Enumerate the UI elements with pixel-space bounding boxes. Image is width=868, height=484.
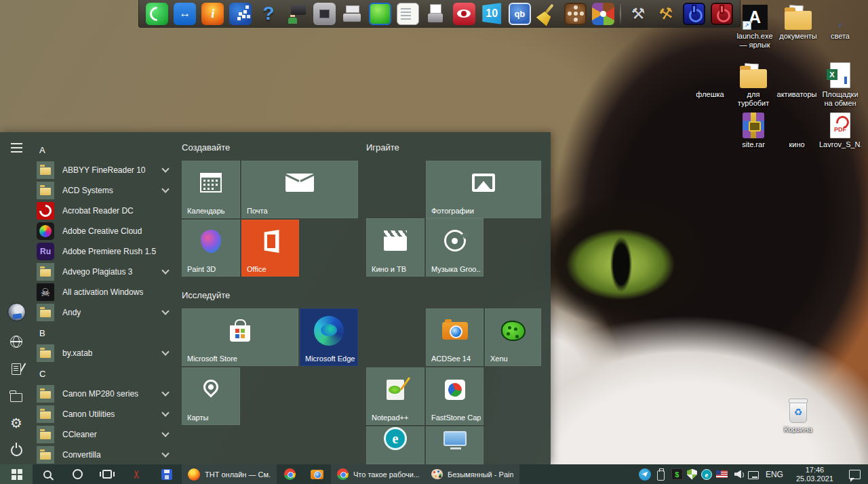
desktop-icon-label: для турбобит (732, 90, 774, 108)
tile-movies-tv[interactable]: Кино и ТВ (366, 218, 425, 277)
tile-microsoft-store[interactable]: Microsoft Store (182, 308, 298, 366)
app-acrobat-reader[interactable]: Acrobat Reader DC (33, 201, 174, 221)
power-red-icon[interactable] (711, 3, 733, 25)
webmoney-tray-icon[interactable] (671, 468, 683, 480)
start-button[interactable] (0, 464, 33, 484)
tile-eset[interactable] (366, 426, 425, 464)
tile-maps[interactable]: Карты (182, 367, 240, 425)
tile-this-pc[interactable] (426, 426, 484, 464)
power-icon[interactable] (0, 438, 33, 462)
task-view-button[interactable] (92, 464, 122, 484)
app-canon-utilities[interactable]: Canon Utilities (33, 404, 174, 424)
floppy-app-button[interactable] (152, 464, 182, 484)
screenshot-tool-button[interactable] (122, 464, 152, 484)
help-question-icon[interactable] (258, 3, 280, 25)
us-flag-icon[interactable] (716, 470, 728, 478)
app-ccleaner[interactable]: CCleaner (33, 424, 174, 445)
qbittorrent-icon[interactable] (509, 3, 531, 25)
desktop-icon-glyph (789, 401, 807, 423)
picasa-pinwheel-icon[interactable] (592, 3, 614, 25)
app-acd-systems[interactable]: ACD Systems (33, 180, 174, 201)
ccleaner-broom-icon[interactable] (536, 3, 559, 25)
folder-dokumenty[interactable]: документы (777, 1, 819, 41)
menu-hamburger-icon[interactable] (0, 136, 33, 160)
cortana-button[interactable] (62, 464, 92, 484)
tile-paint3d[interactable]: Paint 3D (182, 220, 240, 277)
telegram-icon[interactable] (639, 468, 651, 481)
film-reel-icon[interactable] (564, 3, 587, 25)
globe-icon[interactable] (0, 329, 33, 354)
folder-kino[interactable]: кино (776, 110, 818, 149)
file-lavrov-pdf[interactable]: Lavrov_S_N... (819, 110, 861, 149)
app-abbyy-finereader[interactable]: ABBYY FineReader 10 (33, 160, 174, 180)
printer-icon[interactable] (341, 3, 363, 25)
mail-agent-icon[interactable] (369, 3, 391, 25)
tile-xenu[interactable]: Xenu (485, 308, 541, 366)
task-chrome[interactable]: Что такое рабочи... (331, 464, 425, 484)
app-convertilla[interactable]: Convertilla (33, 445, 174, 465)
settings-gear-icon[interactable] (0, 411, 33, 435)
network-display-icon[interactable] (748, 471, 759, 479)
app-label: All activation Windows (62, 287, 143, 297)
tile-microsoft-edge[interactable]: Microsoft Edge (300, 308, 358, 366)
power-blue-icon[interactable] (683, 3, 705, 25)
webmoney-icon[interactable] (229, 3, 252, 25)
scanner-icon[interactable] (313, 3, 336, 25)
file-site-rar[interactable]: site.rar (732, 110, 774, 149)
tile-faststone-capture[interactable]: FastStone Capture (426, 367, 484, 425)
documents-icon[interactable] (0, 357, 33, 381)
desktop-icon-label: Корзина (777, 425, 819, 434)
task-firefox[interactable]: ТНТ онлайн — См... (182, 464, 277, 484)
folder-dlya-turbobit[interactable]: для турбобит (732, 60, 774, 108)
tweaker-hammer-icon[interactable] (655, 3, 677, 25)
defender-shield-icon[interactable] (687, 469, 697, 480)
volume-icon[interactable] (732, 468, 744, 481)
app-all-activation-windows[interactable]: All activation Windows (33, 282, 174, 302)
print-manager-icon[interactable] (285, 3, 308, 25)
repair-tools-icon[interactable] (627, 3, 650, 25)
desktop-icon-label: света (819, 32, 861, 41)
notes-icon[interactable] (397, 3, 419, 25)
folder-fleshka[interactable]: флешка (689, 60, 731, 99)
whatsapp-icon[interactable] (146, 3, 168, 25)
desktop-icon-glyph (743, 113, 764, 138)
app-icon (37, 385, 54, 403)
app-icon (37, 344, 54, 362)
tile-office[interactable]: Office (241, 220, 299, 277)
app-canon-mp280[interactable]: Canon MP280 series (33, 384, 174, 404)
windows10-icon[interactable] (481, 3, 503, 25)
tile-calendar[interactable]: Календарь (182, 161, 240, 218)
chevron-down-icon (161, 165, 169, 172)
user-avatar[interactable] (0, 300, 33, 324)
app-adobe-premiere-rush[interactable]: Adobe Premiere Rush 1.5 (33, 241, 174, 262)
folder-sveta[interactable]: света (819, 1, 861, 41)
clock[interactable]: 17:46 25.03.2021 (790, 466, 840, 483)
teamviewer-icon[interactable] (174, 3, 196, 25)
tile-acdsee[interactable]: ACDSee 14 (426, 308, 484, 366)
task-paint[interactable]: Безымянный - Paint (425, 464, 519, 484)
app-by-xatab[interactable]: by.xatab (33, 343, 174, 363)
tile-photos[interactable]: Фотографии (426, 161, 541, 218)
file-ploshchadki-xlsx[interactable]: Площадки на обмен 1... (819, 60, 861, 108)
tile-icon (444, 230, 466, 251)
hot-info-icon[interactable] (201, 3, 224, 25)
folder-icon[interactable] (0, 384, 33, 408)
pinned-chrome[interactable] (277, 464, 303, 484)
tile-groove-music[interactable]: Музыка Groo... (426, 218, 484, 277)
search-button[interactable] (33, 464, 62, 484)
tile-notepad-plus-plus[interactable]: Notepad++ (366, 367, 425, 425)
app-andy[interactable]: Andy (33, 302, 174, 323)
desktop-icon-label: флешка (689, 90, 731, 99)
action-center-button[interactable] (842, 470, 867, 479)
app-adobe-creative-cloud[interactable]: Adobe Creative Cloud (33, 221, 174, 241)
app-advego-plagiatus[interactable]: Advego Plagiatus 3 (33, 262, 174, 282)
fax-icon[interactable] (425, 3, 447, 25)
language-indicator[interactable]: ENG (762, 470, 787, 479)
usb-icon[interactable] (655, 468, 667, 481)
tile-mail[interactable]: Почта (241, 161, 358, 218)
pinned-acdsee[interactable] (303, 464, 331, 484)
recycle-bin[interactable]: Корзина (777, 395, 819, 434)
abbyy-icon[interactable] (453, 3, 475, 25)
folder-aktivatory[interactable]: активаторы (776, 60, 818, 99)
eset-icon[interactable] (701, 469, 712, 480)
